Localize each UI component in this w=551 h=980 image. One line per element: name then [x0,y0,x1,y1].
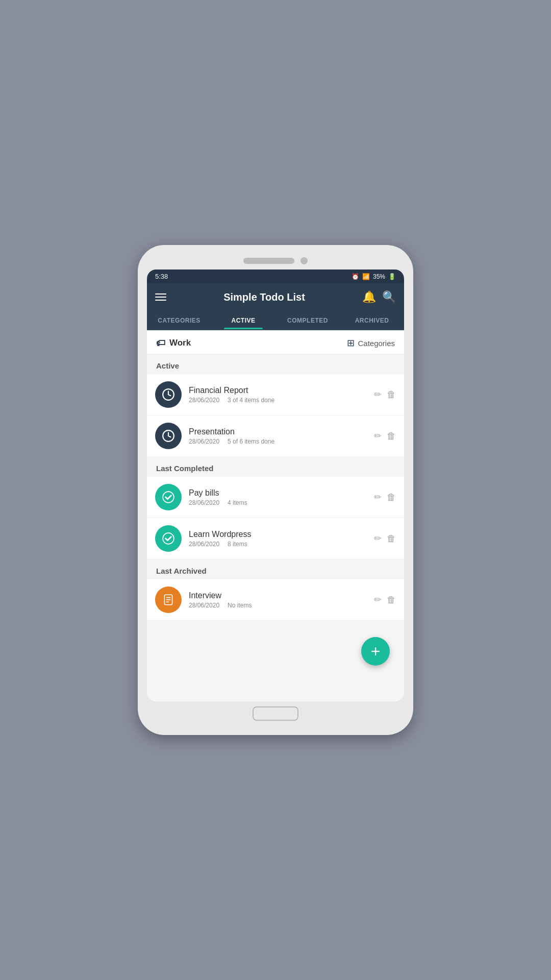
section-completed-label: Last Completed [147,457,404,477]
notification-button[interactable]: 🔔 [362,290,376,304]
menu-button[interactable] [155,293,166,301]
phone-shell: 5:38 ⏰ 📶 35% 🔋 Simple Todo List 🔔 🔍 CATE… [138,245,413,735]
item-progress-financial-report: 3 of 4 items done [228,397,274,404]
item-actions-pay-bills: ✏ 🗑 [374,492,396,503]
edit-icon-pay-bills[interactable]: ✏ [374,492,382,503]
item-meta-learn-wordpress: 28/06/2020 8 items [189,541,367,548]
item-meta-pay-bills: 28/06/2020 4 items [189,499,367,506]
item-progress-presentation: 5 of 6 items done [228,438,274,445]
item-text-pay-bills: Pay bills 28/06/2020 4 items [189,488,367,506]
home-button[interactable] [253,706,298,721]
list-item: Learn Wordpress 28/06/2020 8 items ✏ 🗑 [147,518,404,559]
item-actions-financial-report: ✏ 🗑 [374,389,396,400]
categories-button[interactable]: ⊞ Categories [347,337,395,349]
item-actions-learn-wordpress: ✏ 🗑 [374,533,396,544]
content-area: 🏷 Work ⊞ Categories Active [147,330,404,701]
item-count-interview: No items [228,602,252,609]
delete-icon-pay-bills[interactable]: 🗑 [387,492,396,503]
item-date-interview: 28/06/2020 [189,602,219,609]
item-title-financial-report: Financial Report [189,386,367,395]
battery-icon: 🔋 [388,273,396,280]
app-title: Simple Todo List [172,291,356,303]
item-actions-presentation: ✏ 🗑 [374,430,396,442]
section-archived-label: Last Archived [147,559,404,579]
list-item: Presentation 28/06/2020 5 of 6 items don… [147,415,404,457]
item-count-learn-wordpress: 8 items [228,541,247,548]
delete-icon-financial-report[interactable]: 🗑 [387,389,396,400]
signal-icon: 📶 [362,273,370,280]
edit-icon-financial-report[interactable]: ✏ [374,389,382,400]
svg-point-2 [163,492,174,503]
app-bar: Simple Todo List 🔔 🔍 [147,283,404,311]
speaker [243,258,294,264]
item-icon-pay-bills [155,484,182,510]
battery-text: 35% [373,273,385,280]
tab-bar: CATEGORIES ACTIVE COMPLETED ARCHIVED [147,311,404,330]
item-text-interview: Interview 28/06/2020 No items [189,591,367,609]
item-icon-learn-wordpress [155,525,182,552]
status-right: ⏰ 📶 35% 🔋 [352,273,396,280]
item-meta-presentation: 28/06/2020 5 of 6 items done [189,438,367,445]
edit-icon-presentation[interactable]: ✏ [374,430,382,442]
list-item: Interview 28/06/2020 No items ✏ 🗑 [147,579,404,621]
categories-btn-label: Categories [358,339,395,348]
item-date-pay-bills: 28/06/2020 [189,499,219,506]
edit-icon-learn-wordpress[interactable]: ✏ [374,533,382,544]
tab-completed[interactable]: COMPLETED [276,311,340,329]
item-date-financial-report: 28/06/2020 [189,397,219,404]
tab-active[interactable]: ACTIVE [211,311,276,329]
alarm-icon: ⏰ [352,273,359,280]
item-title-interview: Interview [189,591,367,600]
item-count-pay-bills: 4 items [228,499,247,506]
item-text-presentation: Presentation 28/06/2020 5 of 6 items don… [189,427,367,445]
tab-categories[interactable]: CATEGORIES [147,311,211,329]
tab-archived[interactable]: ARCHIVED [340,311,404,329]
delete-icon-interview[interactable]: 🗑 [387,595,396,605]
item-icon-financial-report [155,381,182,408]
item-icon-interview [155,586,182,613]
item-meta-interview: 28/06/2020 No items [189,602,367,609]
fab-icon: + [371,643,381,659]
edit-icon-interview[interactable]: ✏ [374,594,382,605]
status-time: 5:38 [155,273,168,280]
filter-tag-label: Work [169,338,191,348]
item-date-presentation: 28/06/2020 [189,438,219,445]
item-title-learn-wordpress: Learn Wordpress [189,530,367,539]
svg-point-3 [163,533,174,544]
tag-icon: 🏷 [156,338,165,349]
status-bar: 5:38 ⏰ 📶 35% 🔋 [147,270,404,283]
search-button[interactable]: 🔍 [382,290,396,304]
section-active-label: Active [147,354,404,374]
phone-screen: 5:38 ⏰ 📶 35% 🔋 Simple Todo List 🔔 🔍 CATE… [147,270,404,701]
item-text-learn-wordpress: Learn Wordpress 28/06/2020 8 items [189,530,367,548]
item-icon-presentation [155,423,182,449]
delete-icon-learn-wordpress[interactable]: 🗑 [387,533,396,544]
home-bar [147,706,404,721]
item-meta-financial-report: 28/06/2020 3 of 4 items done [189,397,367,404]
filter-row: 🏷 Work ⊞ Categories [147,330,404,354]
fab-add-button[interactable]: + [361,637,390,666]
filter-tag[interactable]: 🏷 Work [156,338,191,349]
delete-icon-presentation[interactable]: 🗑 [387,431,396,442]
item-title-presentation: Presentation [189,427,367,436]
list-item: Financial Report 28/06/2020 3 of 4 items… [147,374,404,415]
item-actions-interview: ✏ 🗑 [374,594,396,605]
phone-notch [147,257,404,264]
list-item: Pay bills 28/06/2020 4 items ✏ 🗑 [147,477,404,518]
item-text-financial-report: Financial Report 28/06/2020 3 of 4 items… [189,386,367,404]
grid-icon: ⊞ [347,337,355,349]
item-date-learn-wordpress: 28/06/2020 [189,541,219,548]
camera [300,257,308,264]
item-title-pay-bills: Pay bills [189,488,367,498]
